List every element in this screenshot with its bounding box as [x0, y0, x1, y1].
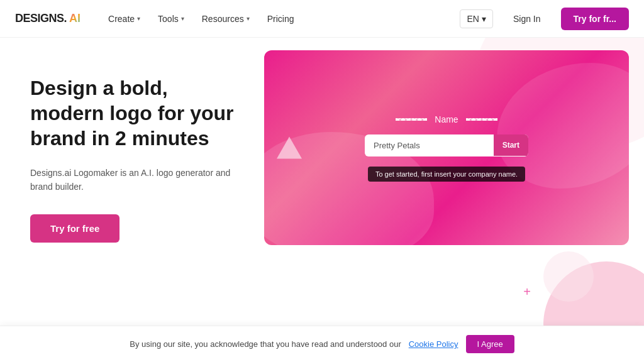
hero-left: Design a bold, modern logo for your bran… [0, 38, 264, 362]
cookie-banner: By using our site, you acknowledge that … [0, 326, 644, 362]
language-selector[interactable]: EN ▾ [460, 9, 492, 28]
name-label-row: Name [396, 114, 497, 124]
nav-tools[interactable]: Tools ▾ [150, 9, 192, 29]
nav-resources-label: Resources [202, 14, 244, 24]
name-label-text: Name [435, 114, 458, 124]
navbar: DESIGNS.AI Create ▾ Tools ▾ Resources ▾ … [0, 0, 644, 38]
chevron-down-icon: ▾ [247, 15, 250, 22]
cookie-message: By using our site, you acknowledge that … [130, 339, 401, 349]
lang-label: EN [467, 14, 479, 24]
name-line-right [466, 118, 497, 121]
nav-tools-label: Tools [158, 14, 179, 24]
nav-right: EN ▾ Sign In Try for fr... [460, 8, 629, 30]
deco-circle-small [543, 251, 594, 302]
hero-title: Design a bold, modern logo for your bran… [30, 75, 239, 151]
demo-company-input[interactable]: Pretty Petals [365, 134, 494, 156]
logo-ai-text: AI [69, 12, 80, 25]
logo[interactable]: DESIGNS.AI [15, 12, 80, 25]
demo-card: Name Pretty Petals Start To get started,… [264, 50, 629, 245]
demo-start-button[interactable]: Start [494, 134, 528, 156]
sign-in-button[interactable]: Sign In [503, 9, 551, 29]
demo-inner: Name Pretty Petals Start To get started,… [264, 50, 629, 245]
plus-icon: + [523, 285, 531, 299]
agree-button[interactable]: I Agree [466, 335, 514, 353]
logo-text: DESIGNS. [15, 12, 67, 25]
demo-tooltip: To get started, first insert your compan… [368, 167, 525, 182]
nav-create-label: Create [108, 14, 135, 24]
try-for-free-button[interactable]: Try for free [30, 214, 119, 243]
demo-input-row[interactable]: Pretty Petals Start [365, 134, 528, 156]
nav-resources[interactable]: Resources ▾ [194, 9, 257, 29]
chevron-down-icon: ▾ [482, 14, 486, 24]
try-for-free-button-nav[interactable]: Try for fr... [561, 8, 629, 30]
main-content: Design a bold, modern logo for your bran… [0, 38, 644, 362]
nav-create[interactable]: Create ▾ [101, 9, 148, 29]
chevron-down-icon: ▾ [181, 15, 184, 22]
nav-pricing[interactable]: Pricing [260, 9, 302, 29]
hero-subtitle: Designs.ai Logomaker is an A.I. logo gen… [30, 166, 239, 194]
chevron-down-icon: ▾ [137, 15, 140, 22]
nav-links: Create ▾ Tools ▾ Resources ▾ Pricing [101, 9, 460, 29]
name-line-left [396, 118, 427, 121]
cookie-policy-link[interactable]: Cookie Policy [409, 339, 458, 349]
hero-right: Name Pretty Petals Start To get started,… [264, 38, 644, 362]
